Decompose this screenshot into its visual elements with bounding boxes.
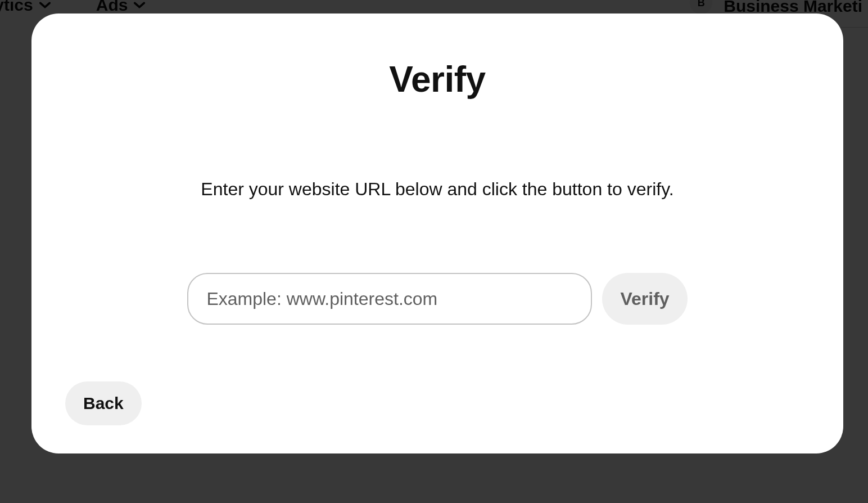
verify-modal: Verify Enter your website URL below and … [31, 14, 843, 453]
back-button[interactable]: Back [65, 381, 142, 425]
website-url-input[interactable] [187, 273, 592, 325]
input-row: Verify [65, 273, 810, 325]
modal-title: Verify [65, 59, 810, 100]
verify-button[interactable]: Verify [602, 273, 687, 325]
modal-subtitle: Enter your website URL below and click t… [65, 179, 810, 200]
